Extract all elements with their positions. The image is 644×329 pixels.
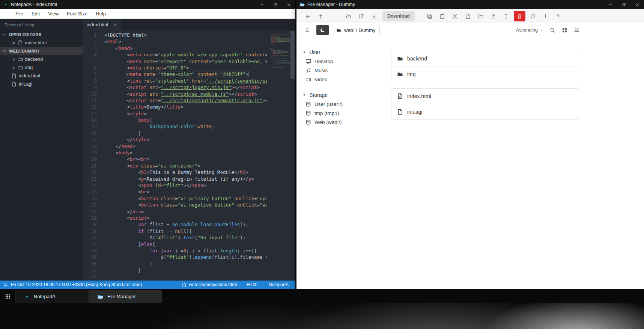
- tab-index-html[interactable]: index.html: [83, 19, 121, 30]
- new-file-button[interactable]: [462, 11, 474, 22]
- restore-icon: [622, 3, 626, 7]
- editor-scrollbar[interactable]: [290, 30, 295, 281]
- notepada-window: NotepadA - index.html FileEditViewFont S…: [0, 0, 295, 289]
- notepada-close-button[interactable]: [282, 0, 295, 9]
- tree-item-img[interactable]: img: [0, 63, 83, 72]
- file-manager-restore-button[interactable]: [617, 0, 630, 9]
- file-row-img[interactable]: img: [391, 66, 579, 82]
- new-folder-button[interactable]: [474, 11, 487, 22]
- dropdown-icon: [302, 93, 306, 97]
- sidebar-item-music[interactable]: Music: [296, 66, 381, 75]
- taskbar-item-file-manager[interactable]: File Manager: [89, 290, 162, 303]
- close-icon: [11, 41, 16, 45]
- file-group: index.htmlinit.agi: [391, 88, 579, 120]
- up-button[interactable]: [314, 11, 327, 22]
- desktop-icon: [305, 59, 311, 64]
- tree-item-backend[interactable]: backend: [0, 55, 83, 63]
- grid-view-icon[interactable]: [562, 27, 567, 33]
- drive-icon: [305, 110, 311, 116]
- sidebar-section-user[interactable]: User: [296, 48, 381, 57]
- refresh-button[interactable]: [527, 11, 539, 22]
- tree-section-open-editors[interactable]: OPEN EDITORS: [0, 30, 83, 39]
- file-row-init-agi[interactable]: init.agi: [391, 104, 579, 119]
- file-name: init.agi: [407, 109, 422, 115]
- paste-button[interactable]: [436, 11, 448, 22]
- close-tab-icon[interactable]: [113, 23, 117, 27]
- menu-help[interactable]: Help: [92, 9, 110, 18]
- download-icon: [371, 14, 377, 19]
- notepada-restore-button[interactable]: [268, 0, 282, 9]
- sidebar-section-storage[interactable]: Storage: [296, 91, 381, 100]
- rename-button[interactable]: [500, 11, 512, 22]
- sort-dropdown[interactable]: Ascending: [516, 27, 543, 33]
- external-link-icon: [358, 14, 364, 19]
- menu-file[interactable]: File: [11, 9, 27, 18]
- properties-button[interactable]: [539, 11, 552, 22]
- folder-icon: [18, 57, 23, 62]
- help-icon: [555, 14, 561, 19]
- statusbar-language[interactable]: HTML: [247, 282, 259, 287]
- file-manager-toolbar: Download: [296, 9, 644, 23]
- folder-icon: [18, 65, 23, 70]
- notepada-titlebar[interactable]: NotepadA - index.html: [0, 0, 295, 9]
- sidebar-item-tmp-tmp[interactable]: tmp (tmp:/): [296, 109, 381, 118]
- statusbar-right: web:/Dummy/index.html HTML NotepadA: [182, 282, 289, 287]
- statusbar-app-name: NotepadA: [269, 282, 289, 287]
- file-manager-titlebar[interactable]: File Manager - Dummy: [296, 0, 644, 9]
- taskbar-item-notepada[interactable]: NotepadA: [15, 290, 89, 303]
- breadcrumb[interactable]: web: / Dummy: [332, 25, 380, 35]
- file-name: backend: [407, 56, 427, 62]
- menu-edit[interactable]: Edit: [27, 9, 44, 18]
- file-code-icon: [397, 93, 403, 99]
- notepada-minimize-button[interactable]: [255, 0, 268, 9]
- copy-button[interactable]: [423, 11, 436, 22]
- new-file-icon: [465, 14, 471, 19]
- directory-listing-label: Directory Listing: [0, 19, 83, 30]
- search-icon[interactable]: [550, 27, 555, 33]
- sort-label: Ascending: [516, 27, 538, 33]
- notepada-window-title: NotepadA - index.html: [11, 2, 57, 7]
- open-in-new-window-button[interactable]: [355, 11, 367, 22]
- cut-button[interactable]: [449, 11, 461, 22]
- tree-item-index-html[interactable]: index.html: [0, 39, 83, 47]
- tree-section-web-dummy[interactable]: WEB:/DUMMY/: [0, 47, 83, 55]
- minimize-icon: [260, 3, 264, 7]
- open-button[interactable]: [342, 11, 355, 22]
- menu-font-size[interactable]: Font Size: [63, 9, 92, 18]
- help-button[interactable]: [552, 11, 564, 22]
- breadcrumb-path: web: / Dummy: [344, 27, 375, 33]
- sidebar-item-video[interactable]: Video: [296, 75, 381, 84]
- back-button[interactable]: [302, 11, 314, 22]
- list-view-icon[interactable]: [574, 27, 579, 33]
- minimap[interactable]: <!DOCTYPE html><html> <head> <meta name=…: [267, 30, 290, 281]
- file-manager-close-button[interactable]: [630, 0, 644, 9]
- scrollbar-thumb[interactable]: [290, 31, 295, 79]
- sidebar-item-desktop[interactable]: Desktop: [296, 57, 381, 66]
- upload-button[interactable]: [487, 11, 500, 22]
- delete-button[interactable]: [514, 11, 525, 21]
- code-area[interactable]: <!DOCTYPE html><html> <head> <meta name=…: [101, 30, 267, 281]
- menu-toggle-button[interactable]: [301, 25, 313, 35]
- tree-item-init-agi[interactable]: init.agi: [0, 80, 83, 88]
- tree-item-index-html[interactable]: index.html: [0, 72, 83, 80]
- app-launcher-button[interactable]: [0, 290, 15, 303]
- file-row-backend[interactable]: backend: [391, 51, 579, 66]
- dark-mode-button[interactable]: [316, 25, 329, 35]
- sidebar-item-web-web[interactable]: Web (web:/): [296, 118, 381, 127]
- file-icon: [182, 282, 187, 287]
- notepada-icon: [24, 294, 30, 300]
- taskbar: NotepadAFile Manager: [0, 290, 644, 303]
- statusbar-file[interactable]: web:/Dummy/index.html: [182, 282, 237, 287]
- file-row-index-html[interactable]: index.html: [391, 89, 579, 104]
- download-icon-button[interactable]: [368, 11, 380, 22]
- tab-label: index.html: [87, 22, 108, 27]
- file-manager-minimize-button[interactable]: [603, 0, 617, 9]
- download-button[interactable]: Download: [382, 11, 415, 21]
- chevron-right-icon: [11, 57, 16, 62]
- notepada-main: Directory Listing OPEN EDITORSindex.html…: [0, 19, 295, 281]
- menu-view[interactable]: View: [44, 9, 63, 18]
- sidebar-item-user-user[interactable]: User (user:/): [296, 100, 381, 109]
- close-icon: [635, 3, 639, 7]
- notepada-menubar: FileEditViewFont SizeHelp: [0, 9, 295, 19]
- file-manager-logo-icon: [299, 2, 305, 7]
